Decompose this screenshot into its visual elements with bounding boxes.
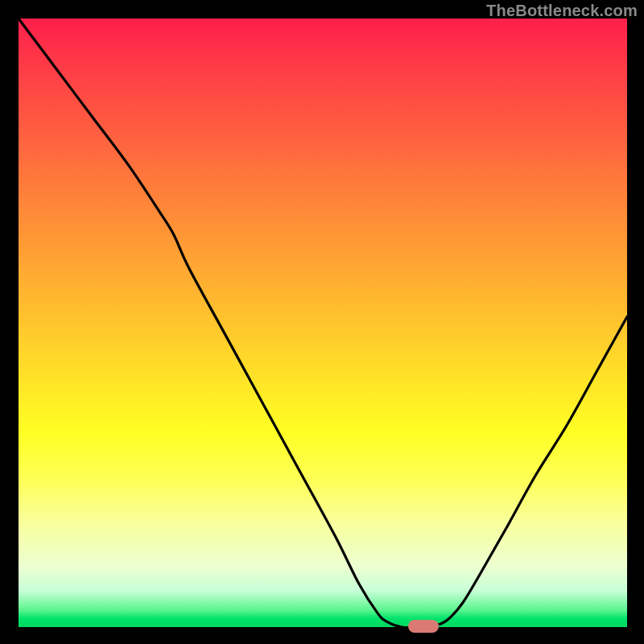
optimal-marker	[408, 620, 439, 633]
plot-area	[19, 19, 627, 627]
bottleneck-curve	[19, 19, 627, 627]
chart-frame: TheBottleneck.com	[0, 0, 644, 644]
watermark-text: TheBottleneck.com	[486, 2, 638, 20]
